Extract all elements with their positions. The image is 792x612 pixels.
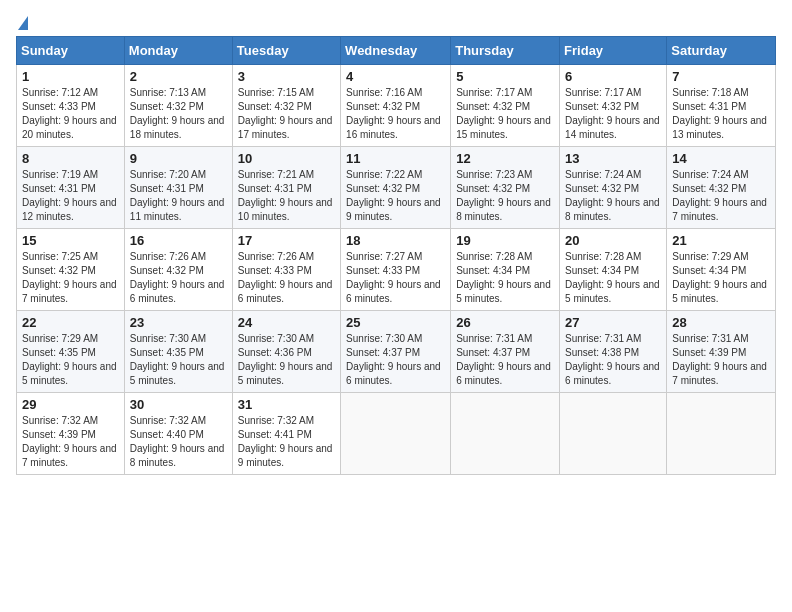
cell-text: Sunrise: 7:22 AMSunset: 4:32 PMDaylight:…	[346, 169, 441, 222]
calendar-cell: 14Sunrise: 7:24 AMSunset: 4:32 PMDayligh…	[667, 147, 776, 229]
day-number: 9	[130, 151, 227, 166]
cell-text: Sunrise: 7:12 AMSunset: 4:33 PMDaylight:…	[22, 87, 117, 140]
day-number: 20	[565, 233, 661, 248]
day-number: 31	[238, 397, 335, 412]
calendar-cell: 10Sunrise: 7:21 AMSunset: 4:31 PMDayligh…	[232, 147, 340, 229]
calendar-cell: 30Sunrise: 7:32 AMSunset: 4:40 PMDayligh…	[124, 393, 232, 475]
calendar-cell: 27Sunrise: 7:31 AMSunset: 4:38 PMDayligh…	[560, 311, 667, 393]
cell-text: Sunrise: 7:31 AMSunset: 4:39 PMDaylight:…	[672, 333, 767, 386]
calendar-cell: 19Sunrise: 7:28 AMSunset: 4:34 PMDayligh…	[451, 229, 560, 311]
day-number: 15	[22, 233, 119, 248]
calendar-cell	[560, 393, 667, 475]
day-number: 10	[238, 151, 335, 166]
calendar-header: SundayMondayTuesdayWednesdayThursdayFrid…	[17, 37, 776, 65]
cell-text: Sunrise: 7:24 AMSunset: 4:32 PMDaylight:…	[565, 169, 660, 222]
day-number: 23	[130, 315, 227, 330]
page-header	[16, 16, 776, 30]
cell-text: Sunrise: 7:19 AMSunset: 4:31 PMDaylight:…	[22, 169, 117, 222]
cell-text: Sunrise: 7:30 AMSunset: 4:37 PMDaylight:…	[346, 333, 441, 386]
cell-text: Sunrise: 7:24 AMSunset: 4:32 PMDaylight:…	[672, 169, 767, 222]
calendar-cell	[341, 393, 451, 475]
day-number: 3	[238, 69, 335, 84]
cell-text: Sunrise: 7:32 AMSunset: 4:41 PMDaylight:…	[238, 415, 333, 468]
calendar-cell: 6Sunrise: 7:17 AMSunset: 4:32 PMDaylight…	[560, 65, 667, 147]
calendar-cell: 22Sunrise: 7:29 AMSunset: 4:35 PMDayligh…	[17, 311, 125, 393]
calendar-cell: 16Sunrise: 7:26 AMSunset: 4:32 PMDayligh…	[124, 229, 232, 311]
calendar-cell: 3Sunrise: 7:15 AMSunset: 4:32 PMDaylight…	[232, 65, 340, 147]
day-number: 14	[672, 151, 770, 166]
cell-text: Sunrise: 7:29 AMSunset: 4:34 PMDaylight:…	[672, 251, 767, 304]
day-number: 2	[130, 69, 227, 84]
calendar-cell	[451, 393, 560, 475]
cell-text: Sunrise: 7:26 AMSunset: 4:32 PMDaylight:…	[130, 251, 225, 304]
cell-text: Sunrise: 7:13 AMSunset: 4:32 PMDaylight:…	[130, 87, 225, 140]
calendar-cell: 8Sunrise: 7:19 AMSunset: 4:31 PMDaylight…	[17, 147, 125, 229]
header-day-thursday: Thursday	[451, 37, 560, 65]
cell-text: Sunrise: 7:26 AMSunset: 4:33 PMDaylight:…	[238, 251, 333, 304]
cell-text: Sunrise: 7:29 AMSunset: 4:35 PMDaylight:…	[22, 333, 117, 386]
day-number: 11	[346, 151, 445, 166]
header-day-saturday: Saturday	[667, 37, 776, 65]
cell-text: Sunrise: 7:28 AMSunset: 4:34 PMDaylight:…	[565, 251, 660, 304]
header-day-monday: Monday	[124, 37, 232, 65]
calendar-cell: 9Sunrise: 7:20 AMSunset: 4:31 PMDaylight…	[124, 147, 232, 229]
cell-text: Sunrise: 7:30 AMSunset: 4:35 PMDaylight:…	[130, 333, 225, 386]
day-number: 17	[238, 233, 335, 248]
day-number: 16	[130, 233, 227, 248]
calendar-cell: 21Sunrise: 7:29 AMSunset: 4:34 PMDayligh…	[667, 229, 776, 311]
calendar-cell: 15Sunrise: 7:25 AMSunset: 4:32 PMDayligh…	[17, 229, 125, 311]
calendar-cell: 23Sunrise: 7:30 AMSunset: 4:35 PMDayligh…	[124, 311, 232, 393]
calendar-cell	[667, 393, 776, 475]
day-number: 25	[346, 315, 445, 330]
header-day-wednesday: Wednesday	[341, 37, 451, 65]
calendar-cell: 1Sunrise: 7:12 AMSunset: 4:33 PMDaylight…	[17, 65, 125, 147]
day-number: 5	[456, 69, 554, 84]
cell-text: Sunrise: 7:32 AMSunset: 4:40 PMDaylight:…	[130, 415, 225, 468]
day-number: 18	[346, 233, 445, 248]
calendar-cell: 4Sunrise: 7:16 AMSunset: 4:32 PMDaylight…	[341, 65, 451, 147]
calendar-cell: 28Sunrise: 7:31 AMSunset: 4:39 PMDayligh…	[667, 311, 776, 393]
calendar-table: SundayMondayTuesdayWednesdayThursdayFrid…	[16, 36, 776, 475]
cell-text: Sunrise: 7:32 AMSunset: 4:39 PMDaylight:…	[22, 415, 117, 468]
header-row: SundayMondayTuesdayWednesdayThursdayFrid…	[17, 37, 776, 65]
calendar-cell: 25Sunrise: 7:30 AMSunset: 4:37 PMDayligh…	[341, 311, 451, 393]
cell-text: Sunrise: 7:31 AMSunset: 4:37 PMDaylight:…	[456, 333, 551, 386]
calendar-week-4: 22Sunrise: 7:29 AMSunset: 4:35 PMDayligh…	[17, 311, 776, 393]
calendar-cell: 7Sunrise: 7:18 AMSunset: 4:31 PMDaylight…	[667, 65, 776, 147]
calendar-cell: 12Sunrise: 7:23 AMSunset: 4:32 PMDayligh…	[451, 147, 560, 229]
calendar-body: 1Sunrise: 7:12 AMSunset: 4:33 PMDaylight…	[17, 65, 776, 475]
header-day-friday: Friday	[560, 37, 667, 65]
cell-text: Sunrise: 7:27 AMSunset: 4:33 PMDaylight:…	[346, 251, 441, 304]
header-day-tuesday: Tuesday	[232, 37, 340, 65]
calendar-week-3: 15Sunrise: 7:25 AMSunset: 4:32 PMDayligh…	[17, 229, 776, 311]
cell-text: Sunrise: 7:17 AMSunset: 4:32 PMDaylight:…	[565, 87, 660, 140]
header-day-sunday: Sunday	[17, 37, 125, 65]
cell-text: Sunrise: 7:15 AMSunset: 4:32 PMDaylight:…	[238, 87, 333, 140]
day-number: 21	[672, 233, 770, 248]
calendar-cell: 18Sunrise: 7:27 AMSunset: 4:33 PMDayligh…	[341, 229, 451, 311]
calendar-cell: 20Sunrise: 7:28 AMSunset: 4:34 PMDayligh…	[560, 229, 667, 311]
calendar-cell: 31Sunrise: 7:32 AMSunset: 4:41 PMDayligh…	[232, 393, 340, 475]
day-number: 12	[456, 151, 554, 166]
day-number: 8	[22, 151, 119, 166]
calendar-cell: 11Sunrise: 7:22 AMSunset: 4:32 PMDayligh…	[341, 147, 451, 229]
calendar-cell: 2Sunrise: 7:13 AMSunset: 4:32 PMDaylight…	[124, 65, 232, 147]
day-number: 4	[346, 69, 445, 84]
cell-text: Sunrise: 7:21 AMSunset: 4:31 PMDaylight:…	[238, 169, 333, 222]
logo-triangle-icon	[18, 16, 28, 30]
calendar-cell: 26Sunrise: 7:31 AMSunset: 4:37 PMDayligh…	[451, 311, 560, 393]
logo	[16, 16, 28, 30]
day-number: 13	[565, 151, 661, 166]
cell-text: Sunrise: 7:25 AMSunset: 4:32 PMDaylight:…	[22, 251, 117, 304]
calendar-cell: 5Sunrise: 7:17 AMSunset: 4:32 PMDaylight…	[451, 65, 560, 147]
calendar-week-1: 1Sunrise: 7:12 AMSunset: 4:33 PMDaylight…	[17, 65, 776, 147]
cell-text: Sunrise: 7:17 AMSunset: 4:32 PMDaylight:…	[456, 87, 551, 140]
cell-text: Sunrise: 7:20 AMSunset: 4:31 PMDaylight:…	[130, 169, 225, 222]
calendar-cell: 13Sunrise: 7:24 AMSunset: 4:32 PMDayligh…	[560, 147, 667, 229]
calendar-cell: 24Sunrise: 7:30 AMSunset: 4:36 PMDayligh…	[232, 311, 340, 393]
day-number: 7	[672, 69, 770, 84]
cell-text: Sunrise: 7:23 AMSunset: 4:32 PMDaylight:…	[456, 169, 551, 222]
cell-text: Sunrise: 7:31 AMSunset: 4:38 PMDaylight:…	[565, 333, 660, 386]
calendar-week-5: 29Sunrise: 7:32 AMSunset: 4:39 PMDayligh…	[17, 393, 776, 475]
cell-text: Sunrise: 7:30 AMSunset: 4:36 PMDaylight:…	[238, 333, 333, 386]
